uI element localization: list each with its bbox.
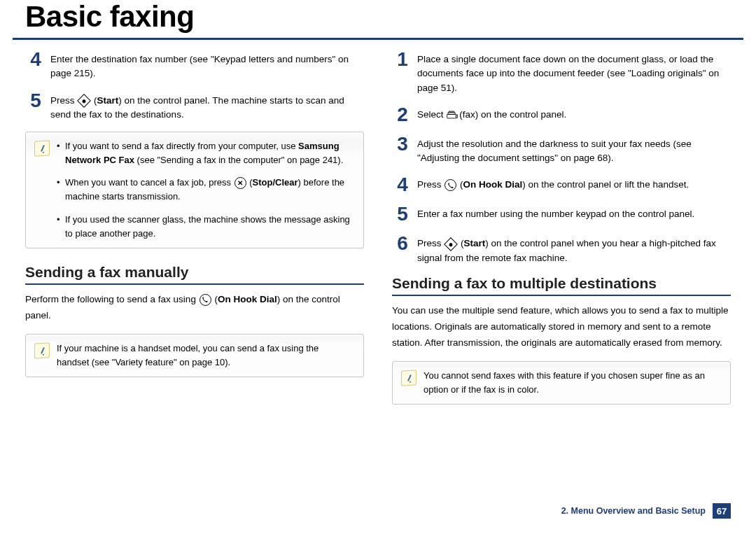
page-footer: 2. Menu Overview and Basic Setup 67 bbox=[561, 503, 731, 519]
step-text: Adjust the resolution and the darkness t… bbox=[413, 134, 731, 166]
step-5-left: 5 Press (Start) on the control panel. Th… bbox=[25, 91, 364, 122]
step-text: Enter the destination fax number (see "K… bbox=[46, 50, 364, 81]
note-box: If your machine is a handset model, you … bbox=[25, 334, 364, 377]
fax-icon bbox=[447, 109, 458, 121]
step-text: Press (Start) on the control panel. The … bbox=[46, 91, 364, 122]
step-4-right: 4 Press (On Hook Dial) on the control pa… bbox=[392, 175, 731, 195]
step-6-right: 6 Press (Start) on the control panel whe… bbox=[392, 234, 731, 265]
note-body: You cannot send faxes with this feature … bbox=[424, 369, 720, 397]
body-paragraph: Perform the following to send a fax usin… bbox=[25, 292, 364, 324]
start-icon bbox=[77, 94, 91, 108]
step-number: 5 bbox=[392, 204, 413, 224]
step-text: Press (Start) on the control panel when … bbox=[413, 234, 731, 265]
step-number: 2 bbox=[392, 105, 413, 125]
on-hook-dial-icon bbox=[444, 179, 456, 191]
note-item: If you used the scanner glass, the machi… bbox=[57, 213, 354, 241]
step-text: Press (On Hook Dial) on the control pane… bbox=[413, 175, 689, 192]
right-column: 1 Place a single document face down on t… bbox=[392, 50, 731, 420]
step-number: 4 bbox=[392, 175, 413, 195]
step-3-right: 3 Adjust the resolution and the darkness… bbox=[392, 134, 731, 166]
section-heading-manual: Sending a fax manually bbox=[25, 264, 364, 285]
section-heading-multiple: Sending a fax to multiple destinations bbox=[392, 275, 731, 296]
note-body: If you want to send a fax directly from … bbox=[57, 139, 354, 241]
note-body: If your machine is a handset model, you … bbox=[57, 342, 354, 370]
page-number: 67 bbox=[713, 503, 731, 519]
note-icon bbox=[34, 342, 50, 359]
stop-clear-icon: ✕ bbox=[234, 177, 246, 189]
start-icon bbox=[444, 237, 458, 251]
note-item: When you want to cancel a fax job, press… bbox=[57, 176, 354, 204]
step-1-right: 1 Place a single document face down on t… bbox=[392, 50, 731, 95]
note-icon bbox=[401, 370, 416, 386]
step-number: 4 bbox=[25, 50, 46, 69]
note-box: You cannot send faxes with this feature … bbox=[392, 361, 731, 405]
title-bar: Basic faxing bbox=[13, 0, 743, 40]
step-text: Enter a fax number using the number keyp… bbox=[413, 204, 694, 221]
step-2-right: 2 Select (fax) on the control panel. bbox=[392, 105, 731, 125]
step-number: 1 bbox=[392, 50, 413, 69]
step-number: 6 bbox=[392, 234, 413, 253]
on-hook-dial-icon bbox=[200, 294, 211, 306]
chapter-label: 2. Menu Overview and Basic Setup bbox=[561, 506, 706, 516]
page-title: Basic faxing bbox=[25, 0, 731, 34]
note-box: If you want to send a fax directly from … bbox=[25, 132, 364, 248]
step-4-left: 4 Enter the destination fax number (see … bbox=[25, 50, 364, 81]
note-item: If you want to send a fax directly from … bbox=[57, 139, 354, 167]
step-5-right: 5 Enter a fax number using the number ke… bbox=[392, 204, 731, 224]
content-columns: 4 Enter the destination fax number (see … bbox=[0, 50, 756, 420]
step-number: 3 bbox=[392, 134, 413, 154]
note-icon bbox=[34, 140, 50, 157]
step-text: Select (fax) on the control panel. bbox=[413, 105, 566, 122]
left-column: 4 Enter the destination fax number (see … bbox=[25, 50, 364, 420]
step-text: Place a single document face down on the… bbox=[413, 50, 731, 95]
step-number: 5 bbox=[25, 91, 46, 111]
body-paragraph: You can use the multiple send feature, w… bbox=[392, 303, 731, 351]
